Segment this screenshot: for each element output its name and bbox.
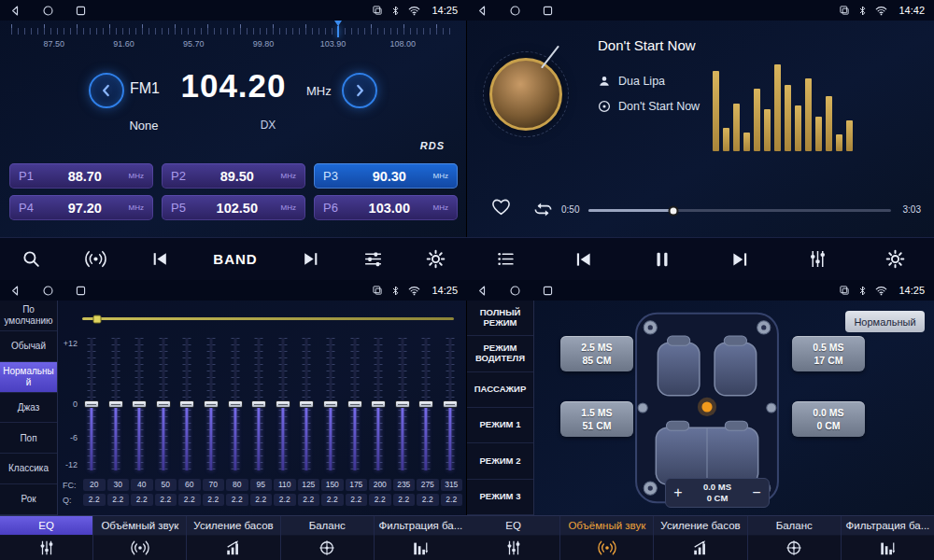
next-track-button[interactable] bbox=[729, 249, 750, 270]
tab-filter[interactable]: Фильтрация ба... bbox=[375, 516, 467, 560]
preset-p3[interactable]: P3 90.30 MHz bbox=[314, 163, 458, 189]
eq-button[interactable] bbox=[808, 249, 828, 269]
settings-button[interactable] bbox=[885, 249, 905, 269]
tab-surround[interactable]: Объёмный звук bbox=[560, 516, 654, 560]
eq-band-slider[interactable] bbox=[130, 338, 149, 470]
tab-surround[interactable]: Объёмный звук bbox=[93, 516, 187, 560]
audio-settings-button[interactable] bbox=[363, 249, 383, 269]
eq-slider-knob[interactable] bbox=[299, 400, 314, 408]
tab-filter[interactable]: Фильтрация ба... bbox=[842, 516, 934, 560]
eq-slider-knob[interactable] bbox=[276, 400, 290, 408]
nav-recents-button[interactable] bbox=[75, 285, 87, 297]
eq-band-slider[interactable] bbox=[274, 338, 292, 470]
eq-band-slider[interactable] bbox=[202, 338, 220, 470]
delay-increase-button[interactable]: + bbox=[666, 484, 690, 501]
tab-bass-boost[interactable]: Усиление басов bbox=[187, 516, 280, 560]
eq-slider-knob[interactable] bbox=[443, 400, 458, 408]
eq-preset-normal[interactable]: Нормальный bbox=[0, 362, 57, 393]
eq-preset-rock[interactable]: Рок bbox=[0, 484, 57, 515]
nav-recents-button[interactable] bbox=[75, 5, 87, 17]
eq-slider-knob[interactable] bbox=[251, 400, 266, 408]
eq-preset-classic[interactable]: Классика bbox=[0, 454, 57, 484]
settings-button[interactable] bbox=[426, 249, 446, 269]
mode-driver[interactable]: РЕЖИМ ВОДИТЕЛЯ bbox=[467, 336, 533, 371]
nav-back-button[interactable] bbox=[476, 5, 488, 17]
nav-back-button[interactable] bbox=[9, 285, 21, 297]
eq-slider-knob[interactable] bbox=[395, 400, 410, 408]
mode-1[interactable]: РЕЖИМ 1 bbox=[467, 408, 533, 443]
nav-home-button[interactable] bbox=[509, 5, 521, 17]
mode-3[interactable]: РЕЖИМ 3 bbox=[467, 480, 533, 515]
eq-band-slider[interactable] bbox=[297, 338, 316, 470]
scan-button[interactable] bbox=[84, 249, 107, 269]
mode-passenger[interactable]: ПАССАЖИР bbox=[467, 372, 533, 408]
eq-preset-custom[interactable]: Обычай bbox=[0, 331, 57, 362]
eq-preset-jazz[interactable]: Джаз bbox=[0, 393, 57, 424]
delay-front-right-button[interactable]: 0.5 MS 17 CM bbox=[792, 336, 865, 371]
nav-home-button[interactable] bbox=[42, 5, 54, 17]
eq-slider-knob[interactable] bbox=[84, 400, 99, 408]
eq-slider-knob[interactable] bbox=[323, 400, 338, 408]
prev-preset-button[interactable] bbox=[150, 249, 170, 269]
master-level-knob[interactable] bbox=[92, 315, 101, 323]
nav-home-button[interactable] bbox=[42, 285, 54, 297]
band-button[interactable]: BAND bbox=[213, 251, 257, 267]
mode-full[interactable]: ПОЛНЫЙ РЕЖИМ bbox=[467, 301, 533, 336]
preset-p6[interactable]: P6 103.00 MHz bbox=[314, 195, 458, 220]
eq-slider-knob[interactable] bbox=[108, 400, 123, 408]
progress-bar[interactable] bbox=[588, 209, 891, 212]
repeat-button[interactable] bbox=[532, 199, 554, 220]
progress-knob[interactable] bbox=[668, 205, 678, 216]
eq-slider-knob[interactable] bbox=[418, 400, 433, 408]
eq-slider-knob[interactable] bbox=[156, 400, 171, 408]
eq-band-slider[interactable] bbox=[82, 338, 101, 470]
eq-band-slider[interactable] bbox=[177, 338, 196, 470]
nav-recents-button[interactable] bbox=[542, 285, 554, 297]
eq-band-slider[interactable] bbox=[417, 338, 435, 470]
master-level-slider[interactable] bbox=[82, 317, 454, 320]
nav-recents-button[interactable] bbox=[542, 5, 554, 17]
eq-band-slider[interactable] bbox=[321, 338, 340, 470]
surround-preset-button[interactable]: Нормальный bbox=[845, 311, 925, 332]
next-preset-button[interactable] bbox=[301, 249, 320, 269]
eq-band-slider[interactable] bbox=[441, 338, 460, 470]
preset-p4[interactable]: P4 97.20 MHz bbox=[9, 195, 153, 220]
eq-preset-default[interactable]: По умолчанию bbox=[0, 301, 57, 331]
eq-band-slider[interactable] bbox=[369, 338, 388, 470]
tab-eq[interactable]: EQ bbox=[0, 516, 93, 560]
eq-band-slider[interactable] bbox=[226, 338, 245, 470]
tab-eq[interactable]: EQ bbox=[467, 516, 560, 560]
eq-band-slider[interactable] bbox=[346, 338, 364, 470]
frequency-ruler[interactable]: 87.50 91.60 95.70 99.80 103.90 108.00 bbox=[11, 24, 456, 56]
tab-balance[interactable]: Баланс bbox=[281, 516, 375, 560]
preset-p2[interactable]: P2 89.50 MHz bbox=[162, 163, 305, 189]
nav-home-button[interactable] bbox=[509, 285, 521, 297]
eq-slider-knob[interactable] bbox=[179, 400, 194, 408]
delay-rear-left-button[interactable]: 1.5 MS 51 CM bbox=[560, 401, 633, 437]
nav-back-button[interactable] bbox=[476, 285, 488, 297]
eq-slider-knob[interactable] bbox=[347, 400, 362, 408]
tab-bass-boost[interactable]: Усиление басов bbox=[654, 516, 747, 560]
eq-slider-knob[interactable] bbox=[204, 400, 219, 408]
eq-slider-knob[interactable] bbox=[371, 400, 386, 408]
delay-decrease-button[interactable]: − bbox=[744, 484, 769, 501]
preset-p5[interactable]: P5 102.50 MHz bbox=[162, 195, 305, 220]
eq-preset-pop[interactable]: Поп bbox=[0, 423, 57, 454]
mode-2[interactable]: РЕЖИМ 2 bbox=[467, 443, 533, 479]
delay-rear-right-button[interactable]: 0.0 MS 0 CM bbox=[792, 401, 865, 437]
eq-band-slider[interactable] bbox=[393, 338, 412, 470]
tab-balance[interactable]: Баланс bbox=[748, 516, 842, 560]
delay-front-left-button[interactable]: 2.5 MS 85 CM bbox=[560, 336, 633, 371]
eq-band-slider[interactable] bbox=[154, 338, 173, 470]
eq-slider-knob[interactable] bbox=[228, 400, 243, 408]
eq-slider-knob[interactable] bbox=[132, 400, 147, 408]
playlist-button[interactable] bbox=[496, 249, 516, 269]
pause-button[interactable] bbox=[652, 249, 672, 270]
prev-track-button[interactable] bbox=[573, 249, 594, 270]
preset-p1[interactable]: P1 88.70 MHz bbox=[9, 163, 153, 189]
tune-up-button[interactable] bbox=[342, 73, 377, 108]
favorite-button[interactable] bbox=[491, 198, 511, 216]
eq-band-slider[interactable] bbox=[106, 338, 125, 470]
nav-back-button[interactable] bbox=[9, 5, 21, 17]
eq-band-slider[interactable] bbox=[249, 338, 268, 470]
